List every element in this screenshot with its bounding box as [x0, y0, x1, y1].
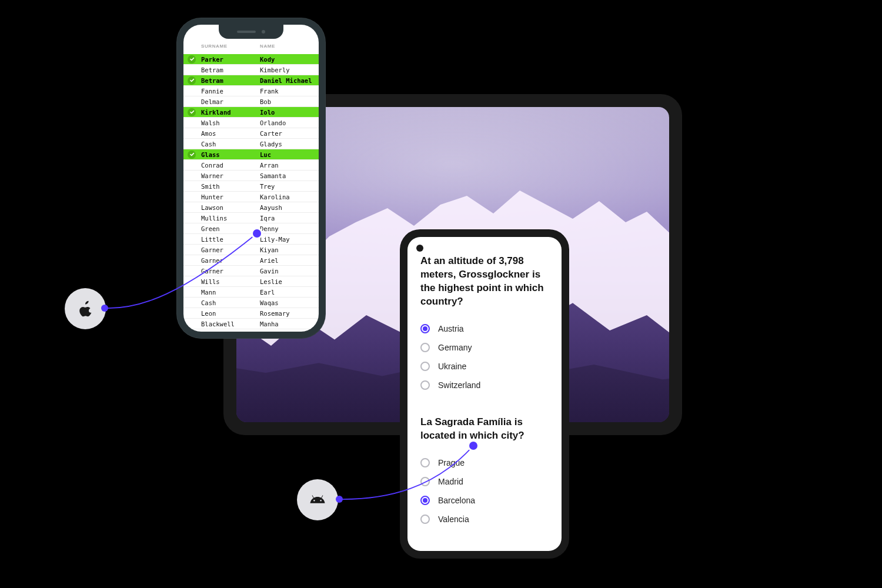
table-row[interactable]: BooneNafisa [183, 329, 319, 332]
cell-name: Manha [260, 320, 319, 328]
cell-name: Luc [260, 151, 319, 158]
radio-label: Prague [438, 458, 465, 467]
radio-label: Barcelona [438, 496, 475, 505]
table-row[interactable]: GarnerGavin [183, 266, 319, 276]
radio-option[interactable]: Prague [420, 453, 549, 472]
cell-name: Aayush [260, 204, 319, 211]
cell-surname: Garner [200, 268, 260, 275]
radio-option[interactable]: Germany [420, 338, 549, 357]
radio-option[interactable]: Switzerland [420, 376, 549, 395]
iphone-notch [219, 25, 283, 39]
table-row[interactable]: CashWaqas [183, 298, 319, 308]
cell-surname: Amos [200, 130, 260, 137]
radio-option[interactable]: Valencia [420, 510, 549, 529]
notch-speaker [237, 31, 256, 33]
header-name: NAME [260, 44, 319, 54]
radio-option[interactable]: Ukraine [420, 357, 549, 376]
cell-name: Arran [260, 162, 319, 169]
cell-name: Daniel Michael [260, 77, 319, 84]
android-screen: At an altitude of 3,798 meters, Grossglo… [407, 237, 562, 551]
table-row[interactable]: WillsLeslie [183, 276, 319, 287]
connector-dot [336, 496, 343, 503]
table-row[interactable]: BetramDaniel Michael [183, 75, 319, 86]
cell-name: Samanta [260, 172, 319, 179]
table-row[interactable]: KirklandIolo [183, 107, 319, 118]
table-row[interactable]: GlassLuc [183, 149, 319, 160]
radio-label: Ukraine [438, 362, 466, 371]
check-icon [188, 108, 196, 116]
cell-surname: Cash [200, 299, 260, 306]
android-device: At an altitude of 3,798 meters, Grossglo… [400, 229, 569, 559]
cell-name: Nafisa [260, 331, 319, 332]
connector-dot [469, 442, 477, 450]
cell-surname: Fannie [200, 88, 260, 95]
table-row[interactable]: WarnerSamanta [183, 171, 319, 181]
apple-badge [65, 288, 106, 329]
radio-icon [420, 458, 430, 467]
table-row[interactable]: MannEarl [183, 287, 319, 298]
cell-surname: Boone [200, 331, 260, 332]
cell-surname: Hunter [200, 193, 260, 201]
cell-surname: Cash [200, 141, 260, 148]
cell-name: Carter [260, 130, 319, 137]
notch-camera [262, 30, 265, 34]
radio-option[interactable]: Barcelona [420, 491, 549, 510]
table-row[interactable]: LawsonAayush [183, 202, 319, 213]
table-row[interactable]: BlackwellManha [183, 319, 319, 329]
radio-option[interactable]: Madrid [420, 472, 549, 491]
table-row[interactable]: CashGladys [183, 139, 319, 149]
cell-name: Denny [260, 225, 319, 232]
table-row[interactable]: GarnerAriel [183, 255, 319, 266]
cell-name: Iolo [260, 109, 319, 116]
cell-surname: Little [200, 236, 260, 243]
cell-surname: Parker [200, 56, 260, 63]
cell-name: Ariel [260, 257, 319, 264]
table-row[interactable]: LeonRosemary [183, 308, 319, 319]
table-row[interactable]: GreenDenny [183, 223, 319, 234]
check-icon [188, 76, 196, 85]
table-row[interactable]: MullinsIqra [183, 213, 319, 223]
radio-icon [420, 343, 430, 352]
table-row[interactable]: HunterKarolina [183, 192, 319, 202]
cell-surname: Garner [200, 257, 260, 264]
check-icon [188, 55, 196, 64]
android-badge [297, 479, 338, 520]
cell-surname: Green [200, 225, 260, 232]
cell-surname: Mann [200, 289, 260, 296]
cell-name: Gladys [260, 141, 319, 148]
table-row[interactable]: DelmarBob [183, 96, 319, 107]
table-row[interactable]: BetramKimberly [183, 65, 319, 75]
radio-icon [420, 362, 430, 371]
radio-icon [420, 514, 430, 524]
cell-name: Kimberly [260, 66, 319, 74]
cell-name: Karolina [260, 193, 319, 201]
radio-option[interactable]: Austria [420, 319, 549, 338]
table-row[interactable]: ConradArran [183, 160, 319, 171]
radio-label: Austria [438, 324, 464, 333]
cell-surname: Smith [200, 183, 260, 190]
cell-name: Iqra [260, 215, 319, 222]
cell-surname: Kirkland [200, 109, 260, 116]
table-row[interactable]: WalshOrlando [183, 118, 319, 128]
table-row[interactable]: LittleLily-May [183, 234, 319, 245]
radio-icon [420, 496, 430, 505]
radio-icon [420, 380, 430, 390]
apple-icon [76, 300, 94, 318]
cell-name: Bob [260, 98, 319, 105]
radio-label: Switzerland [438, 380, 480, 390]
iphone-device: SURNAME NAME ParkerKodyBetramKimberlyBet… [176, 18, 326, 339]
contacts-table[interactable]: SURNAME NAME ParkerKodyBetramKimberlyBet… [183, 44, 319, 332]
table-row[interactable]: FannieFrank [183, 86, 319, 96]
iphone-screen: SURNAME NAME ParkerKodyBetramKimberlyBet… [183, 25, 319, 332]
table-row[interactable]: GarnerKiyan [183, 245, 319, 255]
cell-surname: Lawson [200, 204, 260, 211]
cell-name: Leslie [260, 278, 319, 285]
cell-surname: Warner [200, 172, 260, 179]
radio-label: Germany [438, 343, 472, 352]
cell-surname: Walsh [200, 119, 260, 126]
table-row[interactable]: ParkerKody [183, 54, 319, 65]
connector-dot [253, 229, 261, 238]
table-row[interactable]: AmosCarter [183, 128, 319, 139]
cell-name: Orlando [260, 119, 319, 126]
table-row[interactable]: SmithTrey [183, 181, 319, 192]
